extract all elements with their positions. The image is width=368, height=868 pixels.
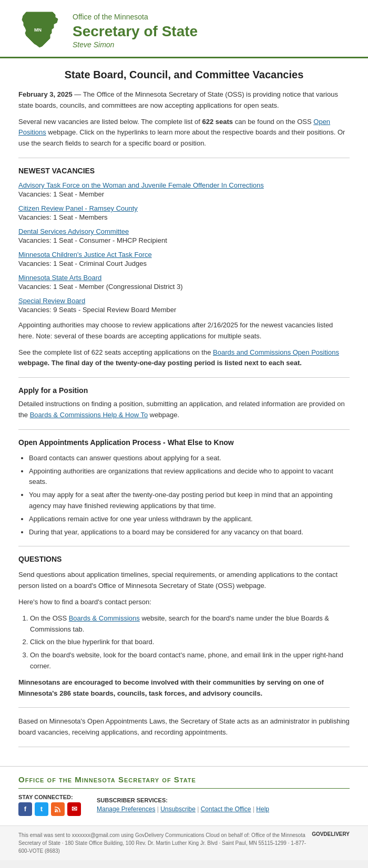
divider-6	[18, 747, 350, 747]
vacancy-link[interactable]: Special Review Board	[18, 297, 350, 305]
vacancy-item: Special Review BoardVacancies: 9 Seats -…	[18, 297, 350, 314]
disclaimer-text: This email was sent to xxxxxxx@gmail.com…	[18, 831, 306, 855]
govdelivery-logo: GOVDELIVERY	[312, 831, 350, 837]
intro2-text: Several new vacancies are listed below. …	[18, 118, 202, 126]
divider-5	[18, 707, 350, 708]
open-appts-heading: Open Appointments Application Process - …	[18, 438, 350, 447]
footer-social-row: STAY CONNECTED: f t ✉ SUBSCRIBER SERVICE…	[18, 794, 350, 816]
steps-list: On the OSS Boards & Commissions website,…	[30, 613, 350, 672]
stay-connected-label: STAY CONNECTED:	[18, 794, 81, 800]
vacancy-list: Advisory Task Force on the Woman and Juv…	[18, 181, 350, 314]
footer-oss-title: Office of the Minnesota Secretary of Sta…	[18, 775, 350, 784]
step-item: On the board's website, look for the boa…	[30, 650, 350, 672]
divider-4	[18, 546, 350, 546]
footer-oss: Office of the Minnesota Secretary of Sta…	[0, 766, 368, 825]
footer-hr	[18, 788, 350, 789]
govdelivery-label: GOVDELIVERY	[312, 831, 350, 837]
subscriber-label: SUBSCRIBER SERVICES:	[97, 797, 269, 803]
bullet-item: You may apply for a seat after the twent…	[29, 490, 350, 512]
facebook-icon[interactable]: f	[18, 802, 32, 816]
header-text: Office of the Minnesota Secretary of Sta…	[73, 12, 198, 48]
rss-icon[interactable]	[51, 802, 65, 816]
bullet-item: Board contacts can answer questions abou…	[29, 453, 350, 464]
manage-prefs-link[interactable]: Manage Preferences	[97, 805, 155, 813]
newest-vacancies-heading: NEWEST VACANCIES	[18, 167, 350, 175]
vacancy-link[interactable]: Dental Services Advisory Committee	[18, 228, 350, 235]
complete-list-note1: See the complete list of 622 seats accep…	[18, 348, 213, 356]
bullet-item: Applications remain active for one year …	[29, 514, 350, 525]
vacancy-detail: Vacancies: 1 Seat - Members	[18, 213, 350, 221]
apply-heading: Apply for a Position	[18, 386, 350, 395]
complete-list-note: See the complete list of 622 seats accep…	[18, 347, 350, 369]
step-item: Click on the blue hyperlink for that boa…	[30, 637, 350, 648]
header: MN Office of the Minnesota Secretary of …	[0, 0, 368, 58]
vacancy-link[interactable]: Minnesota Children's Justice Act Task Fo…	[18, 251, 350, 259]
divider-2	[18, 377, 350, 378]
bullet-item: During that year, applications to a boar…	[29, 527, 350, 538]
boards-open-link[interactable]: Boards and Commissions Open Positions	[213, 348, 339, 356]
intro-paragraph-2: Several new vacancies are listed below. …	[18, 117, 350, 149]
apply-text2: webpage.	[148, 411, 179, 419]
questions-text1: Send questions about application timelin…	[18, 570, 350, 592]
vacancy-item: Minnesota Children's Justice Act Task Fo…	[18, 251, 350, 267]
divider-1	[18, 158, 350, 158]
bullet-item: Appointing authorities are organizations…	[29, 466, 350, 488]
boards-commissions-link[interactable]: Boards & Commissions	[69, 614, 140, 622]
intro2c-text: webpage. Click on the hyperlinks to lear…	[18, 128, 345, 147]
questions-heading: QUESTIONS	[18, 555, 350, 563]
vacancy-detail: Vacancies: 1 Seat - Consumer - MHCP Reci…	[18, 236, 350, 244]
vacancy-detail: Vacancies: 1 Seat - Criminal Court Judge…	[18, 260, 350, 267]
header-sos-title: Secretary of State	[73, 23, 198, 40]
email-wrapper: MN Office of the Minnesota Secretary of …	[0, 0, 368, 860]
complete-list-note2: webpage. The final day of the twenty-one…	[18, 359, 302, 367]
footer-note: Based on Minnesota's Open Appointments L…	[18, 716, 350, 738]
bold-closing: Minnesotans are encouraged to become inv…	[18, 677, 350, 699]
unsubscribe-link[interactable]: Unsubscribe	[160, 805, 196, 813]
vacancy-item: Citizen Review Panel - Ramsey CountyVaca…	[18, 204, 350, 221]
vacancy-link[interactable]: Citizen Review Panel - Ramsey County	[18, 204, 350, 212]
appt-note: Appointing authorities may choose to rev…	[18, 320, 350, 342]
help-footer-link[interactable]: Help	[256, 805, 269, 813]
mn-state-logo: MN	[16, 9, 63, 51]
header-office-line: Office of the Minnesota	[73, 12, 198, 23]
stay-connected-block: STAY CONNECTED: f t ✉	[18, 794, 81, 816]
twitter-icon[interactable]: t	[35, 802, 48, 816]
vacancy-detail: Vacancies: 1 Seat - Member (Congressiona…	[18, 283, 350, 291]
page-title: State Board, Council, and Committee Vaca…	[18, 69, 350, 81]
email-social-icon[interactable]: ✉	[67, 802, 81, 816]
vacancy-item: Advisory Task Force on the Woman and Juv…	[18, 181, 350, 198]
apply-paragraph: Detailed instructions on finding a posit…	[18, 399, 350, 421]
svg-point-2	[55, 810, 57, 812]
divider-3	[18, 429, 350, 430]
subscriber-links: Manage Preferences | Unsubscribe | Conta…	[97, 805, 269, 813]
intro2b-text: can be found on the OSS	[233, 118, 313, 126]
subscriber-block: SUBSCRIBER SERVICES: Manage Preferences …	[97, 797, 269, 813]
contact-office-link[interactable]: Contact the Office	[201, 805, 251, 813]
vacancy-item: Dental Services Advisory CommitteeVacanc…	[18, 228, 350, 244]
date-label: February 3, 2025	[18, 90, 73, 98]
open-appts-list: Board contacts can answer questions abou…	[29, 453, 350, 538]
help-link[interactable]: Boards & Commissions Help & How To	[30, 411, 148, 419]
vacancy-detail: Vacancies: 1 Seat - Member	[18, 190, 350, 198]
intro-paragraph-1: February 3, 2025 — The Office of the Min…	[18, 89, 350, 111]
bottom-disclaimer: This email was sent to xxxxxxx@gmail.com…	[0, 825, 368, 860]
vacancy-link[interactable]: Advisory Task Force on the Woman and Juv…	[18, 181, 350, 189]
vacancy-link[interactable]: Minnesota State Arts Board	[18, 274, 350, 282]
header-name: Steve Simon	[73, 40, 198, 49]
svg-text:MN: MN	[34, 27, 42, 33]
questions-text2: Here's how to find a board's contact per…	[18, 597, 350, 608]
main-content: State Board, Council, and Committee Vaca…	[0, 58, 368, 766]
step-item: On the OSS Boards & Commissions website,…	[30, 613, 350, 635]
vacancy-detail: Vacancies: 9 Seats - Special Review Boar…	[18, 306, 350, 314]
seat-count: 622 seats	[202, 118, 233, 126]
vacancy-item: Minnesota State Arts BoardVacancies: 1 S…	[18, 274, 350, 291]
social-icons: f t ✉	[18, 802, 81, 816]
